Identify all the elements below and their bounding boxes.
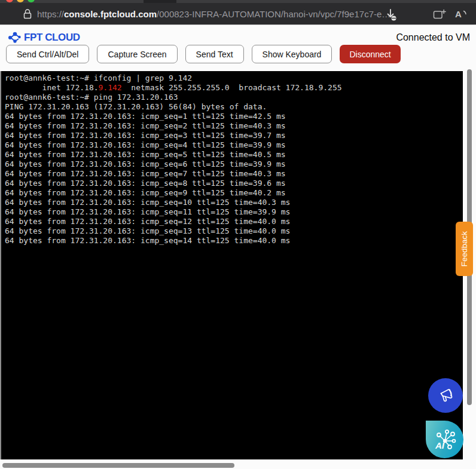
terminal-line: 64 bytes from 172.31.20.163: icmp_seq=13… bbox=[5, 226, 463, 236]
fpt-cloud-logo[interactable]: FPT CLOUD bbox=[7, 32, 80, 44]
terminal-text: 64 bytes from 172.31.20.163: icmp_seq=10… bbox=[5, 198, 290, 207]
terminal-line: 64 bytes from 172.31.20.163: icmp_seq=12… bbox=[5, 217, 463, 226]
terminal-text: 64 bytes from 172.31.20.163: icmp_seq=5 … bbox=[5, 150, 286, 159]
url-path: /000823-INFRA-AUTOMATION/hanoi-vn/vpc/7f… bbox=[157, 9, 390, 19]
disconnect-button[interactable]: Disconnect bbox=[340, 45, 400, 63]
send-text-button[interactable]: Send Text bbox=[185, 45, 244, 63]
send-ctrl-alt-del-button[interactable]: Send Ctrl/Alt/Del bbox=[6, 45, 89, 63]
console-controls: Send Ctrl/Alt/Del Capture Screen Send Te… bbox=[6, 45, 401, 63]
terminal-line: PING 172.31.20.163 (172.31.20.163) 56(84… bbox=[5, 102, 463, 112]
terminal-text: 64 bytes from 172.31.20.163: icmp_seq=7 … bbox=[5, 169, 286, 178]
terminal-text: root@annk6-test:~# ping 172.31.20.163 bbox=[5, 93, 178, 102]
terminal-text: 64 bytes from 172.31.20.163: icmp_seq=6 … bbox=[5, 160, 286, 168]
brand-text: FPT CLOUD bbox=[24, 32, 80, 44]
terminal-text: 64 bytes from 172.31.20.163: icmp_seq=11… bbox=[5, 207, 290, 216]
terminal-text: 9.142 bbox=[99, 83, 122, 92]
fpt-cloud-logo-icon bbox=[7, 32, 22, 44]
connection-status: Connected to VM bbox=[396, 32, 470, 43]
url-host: console.fptcloud.com bbox=[64, 9, 157, 19]
terminal-text: 64 bytes from 172.31.20.163: icmp_seq=1 … bbox=[5, 112, 286, 121]
terminal-text: 64 bytes from 172.31.20.163: icmp_seq=3 … bbox=[5, 131, 286, 140]
terminal-line: 64 bytes from 172.31.20.163: icmp_seq=14… bbox=[5, 236, 463, 246]
megaphone-icon bbox=[435, 385, 456, 406]
terminal-line: 64 bytes from 172.31.20.163: icmp_seq=6 … bbox=[5, 160, 463, 169]
svg-text:A: A bbox=[455, 9, 462, 19]
terminal-text: inet 172.18. bbox=[5, 83, 99, 92]
terminal-line: root@annk6-test:~# ifconfig | grep 9.142 bbox=[5, 73, 463, 83]
terminal-line: 64 bytes from 172.31.20.163: icmp_seq=4 … bbox=[5, 140, 463, 150]
capture-screen-button[interactable]: Capture Screen bbox=[97, 45, 177, 63]
terminal-line: 64 bytes from 172.31.20.163: icmp_seq=8 … bbox=[5, 179, 463, 188]
terminal-text: 64 bytes from 172.31.20.163: icmp_seq=8 … bbox=[5, 179, 286, 188]
terminal-text: 64 bytes from 172.31.20.163: icmp_seq=14… bbox=[5, 236, 290, 245]
window-zoom-button[interactable] bbox=[28, 0, 35, 2]
url-field[interactable]: https://console.fptcloud.com/000823-INFR… bbox=[37, 3, 390, 24]
terminal-line: 64 bytes from 172.31.20.163: icmp_seq=1 … bbox=[5, 112, 463, 121]
terminal[interactable]: root@annk6-test:~# ifconfig | grep 9.142… bbox=[0, 71, 463, 459]
terminal-line: 64 bytes from 172.31.20.163: icmp_seq=2 … bbox=[5, 121, 463, 131]
terminal-line: root@annk6-test:~# ping 172.31.20.163 bbox=[5, 93, 463, 102]
browser-toolbar: https://console.fptcloud.com/000823-INFR… bbox=[0, 0, 476, 24]
terminal-text: 64 bytes from 172.31.20.163: icmp_seq=13… bbox=[5, 226, 290, 235]
console-page: FPT CLOUD Connected to VM Send Ctrl/Alt/… bbox=[0, 24, 476, 469]
address-bar: https://console.fptcloud.com/000823-INFR… bbox=[0, 3, 476, 24]
ai-assistant-button[interactable]: AI bbox=[426, 421, 463, 458]
terminal-line: 64 bytes from 172.31.20.163: icmp_seq=5 … bbox=[5, 150, 463, 160]
window-close-button[interactable] bbox=[6, 0, 13, 2]
terminal-text: PING 172.31.20.163 (172.31.20.163) 56(84… bbox=[5, 102, 267, 111]
feedback-label: Feedback bbox=[460, 231, 469, 266]
terminal-line: 64 bytes from 172.31.20.163: icmp_seq=9 … bbox=[5, 188, 463, 198]
terminal-text: 64 bytes from 172.31.20.163: icmp_seq=9 … bbox=[5, 188, 286, 197]
ai-label: AI bbox=[435, 440, 445, 450]
terminal-text: netmask 255.255.255.0 broadcast 172.18.9… bbox=[122, 83, 342, 92]
ai-network-icon: AI bbox=[431, 426, 459, 453]
window-minimize-button[interactable] bbox=[17, 0, 24, 2]
announcements-button[interactable] bbox=[428, 378, 463, 413]
horizontal-scrollbar-thumb[interactable] bbox=[2, 463, 234, 468]
terminal-line: 64 bytes from 172.31.20.163: icmp_seq=11… bbox=[5, 207, 463, 217]
feedback-tab[interactable]: Feedback bbox=[456, 222, 473, 276]
terminal-text: 64 bytes from 172.31.20.163: icmp_seq=2 … bbox=[5, 121, 286, 130]
text-size-icon[interactable]: A bbox=[454, 8, 469, 23]
terminal-line: 64 bytes from 172.31.20.163: icmp_seq=7 … bbox=[5, 169, 463, 179]
terminal-line: inet 172.18.9.142 netmask 255.255.255.0 … bbox=[5, 83, 463, 93]
new-tab-icon[interactable] bbox=[433, 9, 446, 22]
url-scheme: https:// bbox=[37, 9, 64, 19]
show-keyboard-button[interactable]: Show Keyboard bbox=[252, 45, 332, 63]
terminal-text: root@annk6-test:~# ifconfig | grep 9.142 bbox=[5, 73, 192, 82]
terminal-text: 64 bytes from 172.31.20.163: icmp_seq=4 … bbox=[5, 140, 286, 149]
terminal-line: 64 bytes from 172.31.20.163: icmp_seq=3 … bbox=[5, 131, 463, 140]
lock-icon bbox=[23, 8, 32, 22]
download-progress-icon[interactable] bbox=[385, 7, 398, 24]
terminal-line: 64 bytes from 172.31.20.163: icmp_seq=10… bbox=[5, 198, 463, 207]
terminal-text: 64 bytes from 172.31.20.163: icmp_seq=12… bbox=[5, 217, 290, 226]
